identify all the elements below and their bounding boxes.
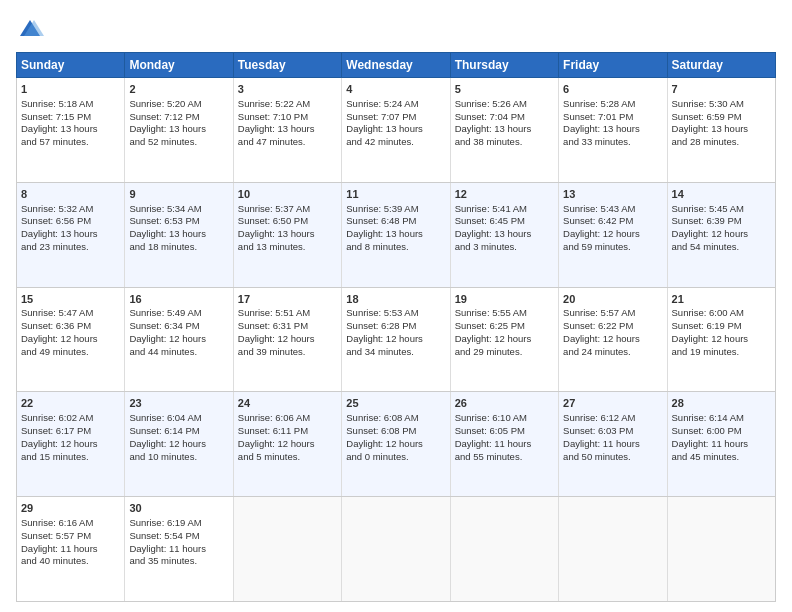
day-info-line: Sunset: 6:00 PM <box>672 425 771 438</box>
day-number: 27 <box>563 396 662 411</box>
day-info-line: and 28 minutes. <box>672 136 771 149</box>
header-row: SundayMondayTuesdayWednesdayThursdayFrid… <box>17 53 776 78</box>
day-number: 7 <box>672 82 771 97</box>
day-number: 9 <box>129 187 228 202</box>
day-number: 28 <box>672 396 771 411</box>
calendar-cell: 23Sunrise: 6:04 AMSunset: 6:14 PMDayligh… <box>125 392 233 497</box>
day-info-line: Daylight: 13 hours <box>672 123 771 136</box>
day-number: 18 <box>346 292 445 307</box>
day-info-line: Sunset: 6:34 PM <box>129 320 228 333</box>
day-info-line: Sunrise: 6:16 AM <box>21 517 120 530</box>
header-cell-friday: Friday <box>559 53 667 78</box>
day-number: 22 <box>21 396 120 411</box>
header-cell-monday: Monday <box>125 53 233 78</box>
day-info-line: Daylight: 12 hours <box>455 333 554 346</box>
day-info-line: Daylight: 11 hours <box>563 438 662 451</box>
day-info-line: Sunrise: 5:39 AM <box>346 203 445 216</box>
day-info-line: Daylight: 12 hours <box>672 333 771 346</box>
day-number: 5 <box>455 82 554 97</box>
day-info-line: and 33 minutes. <box>563 136 662 149</box>
calendar-table: SundayMondayTuesdayWednesdayThursdayFrid… <box>16 52 776 602</box>
day-info-line: Daylight: 13 hours <box>346 123 445 136</box>
day-info-line: Sunrise: 6:10 AM <box>455 412 554 425</box>
calendar-cell: 26Sunrise: 6:10 AMSunset: 6:05 PMDayligh… <box>450 392 558 497</box>
calendar-cell: 28Sunrise: 6:14 AMSunset: 6:00 PMDayligh… <box>667 392 775 497</box>
day-info-line: Sunset: 6:22 PM <box>563 320 662 333</box>
day-info-line: Sunrise: 6:19 AM <box>129 517 228 530</box>
header-cell-wednesday: Wednesday <box>342 53 450 78</box>
day-info-line: Daylight: 13 hours <box>238 228 337 241</box>
day-info-line: Sunset: 6:36 PM <box>21 320 120 333</box>
day-number: 3 <box>238 82 337 97</box>
day-info-line: Daylight: 12 hours <box>238 333 337 346</box>
day-info-line: Sunrise: 6:14 AM <box>672 412 771 425</box>
day-info-line: Sunrise: 5:47 AM <box>21 307 120 320</box>
day-info-line: Sunrise: 5:28 AM <box>563 98 662 111</box>
calendar-week-1: 1Sunrise: 5:18 AMSunset: 7:15 PMDaylight… <box>17 78 776 183</box>
day-info-line: Sunset: 7:10 PM <box>238 111 337 124</box>
day-info-line: Daylight: 11 hours <box>21 543 120 556</box>
day-info-line: Sunrise: 5:51 AM <box>238 307 337 320</box>
logo <box>16 16 48 44</box>
day-info-line: Sunrise: 5:49 AM <box>129 307 228 320</box>
day-info-line: Daylight: 13 hours <box>455 123 554 136</box>
day-info-line: Daylight: 12 hours <box>21 438 120 451</box>
calendar-cell: 2Sunrise: 5:20 AMSunset: 7:12 PMDaylight… <box>125 78 233 183</box>
calendar-cell: 18Sunrise: 5:53 AMSunset: 6:28 PMDayligh… <box>342 287 450 392</box>
calendar-week-4: 22Sunrise: 6:02 AMSunset: 6:17 PMDayligh… <box>17 392 776 497</box>
day-info-line: Sunrise: 6:00 AM <box>672 307 771 320</box>
day-info-line: Daylight: 13 hours <box>346 228 445 241</box>
day-info-line: and 23 minutes. <box>21 241 120 254</box>
day-info-line: and 44 minutes. <box>129 346 228 359</box>
day-number: 1 <box>21 82 120 97</box>
day-info-line: and 0 minutes. <box>346 451 445 464</box>
day-info-line: and 52 minutes. <box>129 136 228 149</box>
day-info-line: Sunrise: 5:30 AM <box>672 98 771 111</box>
day-info-line: Sunrise: 5:24 AM <box>346 98 445 111</box>
calendar-cell: 16Sunrise: 5:49 AMSunset: 6:34 PMDayligh… <box>125 287 233 392</box>
day-info-line: Sunset: 6:31 PM <box>238 320 337 333</box>
day-info-line: Sunset: 5:54 PM <box>129 530 228 543</box>
day-info-line: Sunset: 6:28 PM <box>346 320 445 333</box>
calendar-cell <box>233 497 341 602</box>
day-info-line: Daylight: 12 hours <box>21 333 120 346</box>
day-info-line: Daylight: 13 hours <box>21 123 120 136</box>
day-info-line: Sunset: 6:05 PM <box>455 425 554 438</box>
day-info-line: Sunset: 6:50 PM <box>238 215 337 228</box>
day-info-line: and 34 minutes. <box>346 346 445 359</box>
day-info-line: and 39 minutes. <box>238 346 337 359</box>
day-info-line: Sunrise: 5:53 AM <box>346 307 445 320</box>
calendar-cell: 27Sunrise: 6:12 AMSunset: 6:03 PMDayligh… <box>559 392 667 497</box>
day-info-line: Sunrise: 5:55 AM <box>455 307 554 320</box>
day-info-line: and 19 minutes. <box>672 346 771 359</box>
calendar-cell <box>559 497 667 602</box>
day-info-line: and 49 minutes. <box>21 346 120 359</box>
day-info-line: and 42 minutes. <box>346 136 445 149</box>
calendar-cell: 8Sunrise: 5:32 AMSunset: 6:56 PMDaylight… <box>17 182 125 287</box>
day-info-line: Sunrise: 6:08 AM <box>346 412 445 425</box>
day-info-line: Sunrise: 5:57 AM <box>563 307 662 320</box>
day-info-line: and 8 minutes. <box>346 241 445 254</box>
day-number: 25 <box>346 396 445 411</box>
calendar-cell: 17Sunrise: 5:51 AMSunset: 6:31 PMDayligh… <box>233 287 341 392</box>
day-info-line: Sunrise: 6:02 AM <box>21 412 120 425</box>
day-info-line: Daylight: 13 hours <box>238 123 337 136</box>
day-info-line: Sunset: 6:53 PM <box>129 215 228 228</box>
day-info-line: Daylight: 12 hours <box>238 438 337 451</box>
day-info-line: Sunrise: 5:26 AM <box>455 98 554 111</box>
day-info-line: Daylight: 12 hours <box>563 228 662 241</box>
calendar-cell: 5Sunrise: 5:26 AMSunset: 7:04 PMDaylight… <box>450 78 558 183</box>
day-info-line: Daylight: 12 hours <box>346 333 445 346</box>
day-info-line: Sunrise: 5:43 AM <box>563 203 662 216</box>
day-number: 20 <box>563 292 662 307</box>
day-info-line: Sunrise: 5:22 AM <box>238 98 337 111</box>
day-info-line: Daylight: 11 hours <box>672 438 771 451</box>
header-cell-tuesday: Tuesday <box>233 53 341 78</box>
day-number: 30 <box>129 501 228 516</box>
day-info-line: Sunset: 6:17 PM <box>21 425 120 438</box>
calendar-cell: 12Sunrise: 5:41 AMSunset: 6:45 PMDayligh… <box>450 182 558 287</box>
day-info-line: Sunrise: 5:41 AM <box>455 203 554 216</box>
calendar-cell: 21Sunrise: 6:00 AMSunset: 6:19 PMDayligh… <box>667 287 775 392</box>
calendar-cell: 29Sunrise: 6:16 AMSunset: 5:57 PMDayligh… <box>17 497 125 602</box>
day-info-line: and 18 minutes. <box>129 241 228 254</box>
